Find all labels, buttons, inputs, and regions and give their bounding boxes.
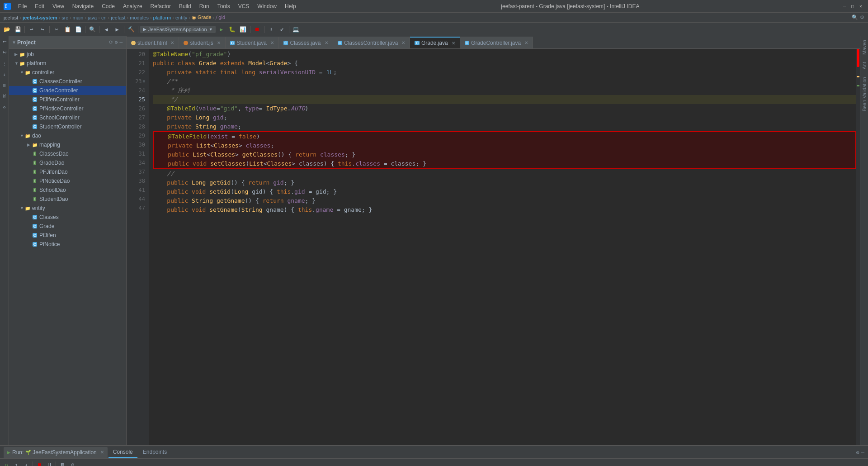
breadcrumb-modules[interactable]: modules [130, 15, 149, 20]
sync-icon[interactable]: ⟳ [109, 39, 113, 45]
run-configuration-selector[interactable]: ▶ JeeFastSystemApplication ▼ [140, 26, 216, 33]
tree-item-entity[interactable]: ▼ 📁 entity [9, 204, 126, 213]
tree-item-PfNoticeController[interactable]: ▶ C PfNoticeController [9, 104, 126, 113]
menu-code[interactable]: Code [98, 2, 118, 10]
tree-item-ClassesController[interactable]: ▶ C ClassesController [9, 77, 126, 86]
left-icon-3[interactable]: ⋮ [1, 60, 8, 67]
menu-tools[interactable]: Tools [214, 2, 234, 10]
tree-item-SchoolController[interactable]: ▶ C SchoolController [9, 113, 126, 122]
stop-button[interactable]: ⏹ [252, 24, 262, 34]
tree-item-StudentDao[interactable]: ▶ I StudentDao [9, 195, 126, 204]
tree-item-Classes[interactable]: ▶ C Classes [9, 213, 126, 222]
tree-item-job[interactable]: ▶ 📁 job [9, 50, 126, 59]
rerun-button[interactable]: ↻ [2, 461, 11, 466]
ant-panel-label[interactable]: Ant [860, 58, 868, 73]
menu-edit[interactable]: Edit [31, 2, 48, 10]
toolbar-build-button[interactable]: 🔨 [126, 24, 136, 34]
toolbar-copy-button[interactable]: 📋 [62, 24, 72, 34]
tab-Grade-java[interactable]: C Grade.java ✕ [410, 37, 460, 48]
tree-item-PfJifenController[interactable]: ▶ C PfJifenController [9, 95, 126, 104]
scroll-up-button[interactable]: ↑ [12, 461, 21, 466]
tab-close-GradeController[interactable]: ✕ [524, 40, 528, 45]
maven-panel-label[interactable]: Maven [860, 36, 868, 58]
tab-close-html[interactable]: ✕ [170, 40, 174, 45]
left-icon-7[interactable]: ♻ [1, 103, 8, 110]
stop-console-button[interactable]: ⏹ [35, 461, 44, 466]
menu-file[interactable]: File [14, 2, 30, 10]
tab-close-js[interactable]: ✕ [217, 40, 221, 45]
maximize-button[interactable]: □ [849, 3, 856, 10]
run-tab-label[interactable]: ▶ Run: 🌱 JeeFastSystemApplication ✕ [4, 447, 108, 458]
endpoints-tab[interactable]: Endpoints [138, 447, 171, 458]
search-everywhere-icon[interactable]: 🔍 [852, 14, 858, 20]
tab-Classes-java[interactable]: C Classes.java ✕ [279, 37, 333, 48]
code-content[interactable]: @TableName("pf_grade") public class Grad… [149, 49, 856, 445]
print-button[interactable]: 🖨 [68, 461, 77, 466]
pause-output-button[interactable]: ⏸ [45, 461, 54, 466]
tree-item-StudentController[interactable]: ▶ C StudentController [9, 122, 126, 131]
console-tab[interactable]: Console [108, 447, 137, 458]
close-button[interactable]: ✕ [857, 3, 864, 10]
tree-item-ClassesDao[interactable]: ▶ I ClassesDao [9, 149, 126, 158]
toolbar-find-button[interactable]: 🔍 [87, 24, 97, 34]
tree-item-SchoolDao[interactable]: ▶ I SchoolDao [9, 185, 126, 195]
menu-analyze[interactable]: Analyze [119, 2, 146, 10]
tree-item-PFJifenDao[interactable]: ▶ I PFJifenDao [9, 167, 126, 176]
clear-console-button[interactable]: 🗑 [58, 461, 67, 466]
left-icon-4[interactable]: ↕ [1, 71, 8, 78]
menu-navigate[interactable]: Navigate [69, 2, 97, 10]
gear-icon[interactable]: ⚙ [115, 39, 118, 45]
toolbar-forward-button[interactable]: ▶ [112, 24, 122, 34]
close-bottom-icon[interactable]: ─ [861, 449, 864, 456]
tab-close-Classes[interactable]: ✕ [325, 40, 328, 45]
project-icon[interactable]: 2 [1, 49, 8, 56]
tab-Student-java[interactable]: C Student.java ✕ [226, 37, 279, 48]
editor-scrollbar[interactable] [856, 49, 860, 445]
left-icon-6[interactable]: W [1, 92, 8, 100]
debug-button[interactable]: 🐛 [227, 24, 237, 34]
toolbar-redo-button[interactable]: ↪ [38, 24, 47, 34]
breadcrumb-entity[interactable]: entity [175, 15, 187, 20]
breadcrumb-main[interactable]: main [73, 15, 84, 20]
breadcrumb-grade[interactable]: ◉ Grade [192, 14, 212, 20]
settings-bottom-icon[interactable]: ⚙ [856, 449, 859, 456]
vcs-commit-button[interactable]: ✔ [277, 24, 287, 34]
breadcrumb-platform[interactable]: platform [153, 15, 171, 20]
menu-build[interactable]: Build [175, 2, 195, 10]
run-tab-close[interactable]: ✕ [100, 450, 104, 455]
left-icon-5[interactable]: ⊞ [1, 81, 8, 89]
tree-item-mapping[interactable]: ▶ 📁 mapping [9, 140, 126, 149]
tree-item-GradeDao[interactable]: ▶ I GradeDao [9, 158, 126, 167]
minimize-panel-icon[interactable]: ─ [119, 39, 123, 45]
tree-item-dao[interactable]: ▼ 📁 dao [9, 131, 126, 140]
toolbar-undo-button[interactable]: ↩ [27, 24, 37, 34]
vcs-update-button[interactable]: ⬇ [266, 24, 276, 34]
breadcrumb-java[interactable]: java [88, 15, 97, 20]
breadcrumb-jeefast2[interactable]: jeefast [111, 15, 125, 20]
toolbar-new-button[interactable]: 📂 [2, 24, 12, 34]
tab-student-js[interactable]: student.js ✕ [179, 37, 225, 48]
tree-item-platform[interactable]: ▼ 📁 platform [9, 59, 126, 68]
tree-item-PfJifen[interactable]: ▶ C PfJifen [9, 231, 126, 240]
breadcrumb-cn[interactable]: cn [101, 15, 107, 20]
breadcrumb-jeefast[interactable]: jeefast [4, 15, 18, 20]
tab-GradeController-java[interactable]: C GradeController.java ✕ [460, 37, 533, 48]
coverage-button[interactable]: 📊 [238, 24, 248, 34]
tab-student-html[interactable]: student.html ✕ [127, 37, 179, 48]
menu-vcs[interactable]: VCS [235, 2, 253, 10]
tree-item-GradeController[interactable]: ▶ C GradeController [9, 86, 126, 95]
tab-close-Student[interactable]: ✕ [270, 40, 274, 45]
minimize-button[interactable]: ─ [841, 3, 848, 10]
menu-window[interactable]: Window [254, 2, 280, 10]
tab-close-ClassesController[interactable]: ✕ [401, 40, 405, 45]
tree-item-controller[interactable]: ▼ 📁 controller [9, 68, 126, 77]
terminal-button[interactable]: 💻 [291, 24, 301, 34]
structure-icon[interactable]: 1 [1, 38, 8, 45]
breadcrumb-jeefast-system[interactable]: jeefast-system [23, 15, 57, 20]
tree-item-PfNoticeDao[interactable]: ▶ I PfNoticeDao [9, 176, 126, 185]
settings-icon[interactable]: ⚙ [860, 14, 864, 20]
menu-run[interactable]: Run [196, 2, 213, 10]
tree-item-PfNotice[interactable]: ▶ C PfNotice [9, 240, 126, 249]
code-editor[interactable]: 20 21 22 23 ≡ 24 25 26 27 28 29 30 31 34… [127, 49, 860, 445]
toolbar-back-button[interactable]: ◀ [101, 24, 111, 34]
